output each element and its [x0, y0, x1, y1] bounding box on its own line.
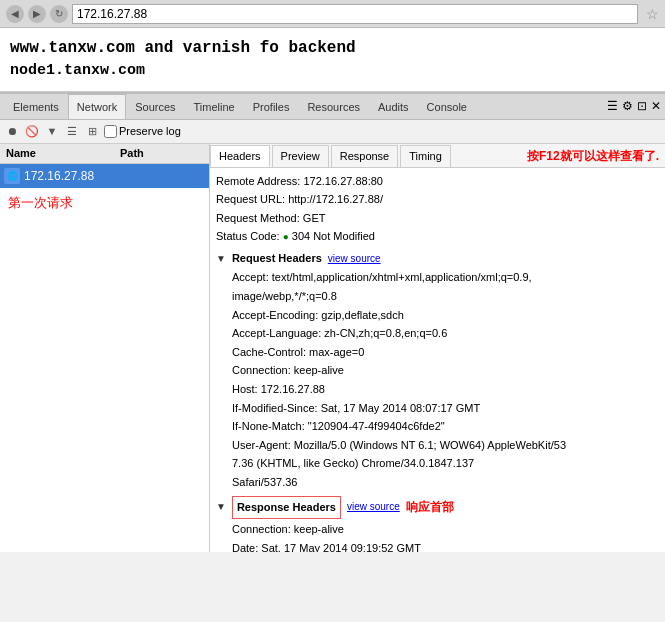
if-modified-since-row: If-Modified-Since: Sat, 17 May 2014 08:0…	[232, 400, 659, 418]
tab-audits[interactable]: Audits	[369, 94, 418, 119]
column-name: Name	[0, 147, 120, 159]
detail-tab-timing[interactable]: Timing	[400, 145, 451, 167]
request-label: 172.16.27.88	[24, 169, 94, 183]
page-content: www.tanxw.com and varnish fo backend nod…	[0, 28, 665, 92]
response-headers-content: Connection: keep-alive Date: Sat, 17 May…	[216, 521, 659, 551]
cache-control-row: Cache-Control: max-age=0	[232, 344, 659, 362]
response-headers-label: Response Headers	[232, 496, 341, 520]
response-headers-header: ▼ Response Headers view source 响应首部	[216, 496, 659, 520]
detail-content: Remote Address: 172.16.27.88:80 Request …	[210, 168, 665, 552]
back-button[interactable]: ◀	[6, 5, 24, 23]
tab-timeline[interactable]: Timeline	[185, 94, 244, 119]
first-request-annotation: 第一次请求	[0, 188, 209, 218]
accept-row2: image/webp,*/*;q=0.8	[232, 288, 659, 306]
clear-button[interactable]: 🚫	[24, 123, 40, 139]
resp-connection-row: Connection: keep-alive	[232, 521, 659, 539]
user-agent-row: User-Agent: Mozilla/5.0 (Windows NT 6.1;…	[232, 437, 659, 455]
record-button[interactable]: ⏺	[4, 123, 20, 139]
network-toolbar: ⏺ 🚫 ▼ ☰ ⊞ Preserve log	[0, 120, 665, 144]
request-headers-header: ▼ Request Headers view source	[216, 250, 659, 268]
page-title-line2: node1.tanxw.com	[10, 60, 655, 83]
bookmark-icon[interactable]: ☆	[646, 6, 659, 22]
tab-resources[interactable]: Resources	[298, 94, 369, 119]
devtools-tab-bar: Elements Network Sources Timeline Profil…	[0, 94, 665, 120]
detail-tab-headers[interactable]: Headers	[210, 145, 270, 167]
column-header: Name Path	[0, 144, 209, 164]
request-headers-triangle[interactable]: ▼	[216, 251, 226, 267]
list-view-button[interactable]: ☰	[64, 123, 80, 139]
detail-tab-preview[interactable]: Preview	[272, 145, 329, 167]
network-right-panel: 按F12就可以这样查看了. Headers Preview Response T…	[210, 144, 665, 552]
request-headers-label: Request Headers	[232, 250, 322, 268]
f12-annotation: 按F12就可以这样查看了.	[527, 148, 659, 165]
network-body: Name Path 🌐 172.16.27.88 第一次请求 按F12就可以这样…	[0, 144, 665, 552]
accept-language-row: Accept-Language: zh-CN,zh;q=0.8,en;q=0.6	[232, 325, 659, 343]
tab-elements[interactable]: Elements	[4, 94, 68, 119]
status-value: 304 Not Modified	[292, 230, 375, 242]
devtools-icon-bar: ☰ ⚙ ⊡ ✕	[607, 99, 661, 113]
browser-toolbar: ◀ ▶ ↻ ☆	[0, 0, 665, 28]
resp-date-row: Date: Sat, 17 May 2014 09:19:52 GMT	[232, 540, 659, 552]
forward-button[interactable]: ▶	[28, 5, 46, 23]
devtools-close-icon[interactable]: ✕	[651, 99, 661, 113]
network-left-panel: Name Path 🌐 172.16.27.88 第一次请求	[0, 144, 210, 552]
request-type-icon: 🌐	[4, 168, 20, 184]
response-headers-triangle[interactable]: ▼	[216, 499, 226, 515]
reload-button[interactable]: ↻	[50, 5, 68, 23]
devtools-panel: Elements Network Sources Timeline Profil…	[0, 92, 665, 552]
accept-row: Accept: text/html,application/xhtml+xml,…	[232, 269, 659, 287]
host-row: Host: 172.16.27.88	[232, 381, 659, 399]
grid-view-button[interactable]: ⊞	[84, 123, 100, 139]
user-agent-row3: Safari/537.36	[232, 474, 659, 492]
tab-sources[interactable]: Sources	[126, 94, 184, 119]
detail-tab-response[interactable]: Response	[331, 145, 399, 167]
response-headers-view-source[interactable]: view source	[347, 499, 400, 515]
devtools-menu-icon[interactable]: ☰	[607, 99, 618, 113]
page-title-line1: www.tanxw.com and varnish fo backend	[10, 36, 655, 60]
accept-encoding-row: Accept-Encoding: gzip,deflate,sdch	[232, 307, 659, 325]
user-agent-row2: 7.36 (KHTML, like Gecko) Chrome/34.0.184…	[232, 455, 659, 473]
status-code-label: Status Code:	[216, 230, 280, 242]
preserve-log-checkbox[interactable]: Preserve log	[104, 125, 181, 138]
status-code-row: Status Code: ● 304 Not Modified	[216, 228, 659, 246]
column-path: Path	[120, 147, 209, 159]
remote-address-row: Remote Address: 172.16.27.88:80	[216, 173, 659, 191]
preserve-log-input[interactable]	[104, 125, 117, 138]
devtools-undock-icon[interactable]: ⊡	[637, 99, 647, 113]
status-indicator: ●	[283, 231, 289, 242]
devtools-settings-icon[interactable]: ⚙	[622, 99, 633, 113]
if-none-match-row: If-None-Match: "120904-47-4f99404c6fde2"	[232, 418, 659, 436]
tab-console[interactable]: Console	[418, 94, 476, 119]
tab-network[interactable]: Network	[68, 94, 126, 119]
request-method-row: Request Method: GET	[216, 210, 659, 228]
tab-profiles[interactable]: Profiles	[244, 94, 299, 119]
connection-row: Connection: keep-alive	[232, 362, 659, 380]
request-headers-view-source[interactable]: view source	[328, 251, 381, 267]
request-url-row: Request URL: http://172.16.27.88/	[216, 191, 659, 209]
request-item[interactable]: 🌐 172.16.27.88	[0, 164, 209, 188]
response-annotation: 响应首部	[406, 498, 454, 517]
request-headers-content: Accept: text/html,application/xhtml+xml,…	[216, 269, 659, 491]
filter-button[interactable]: ▼	[44, 123, 60, 139]
address-bar[interactable]	[72, 4, 638, 24]
